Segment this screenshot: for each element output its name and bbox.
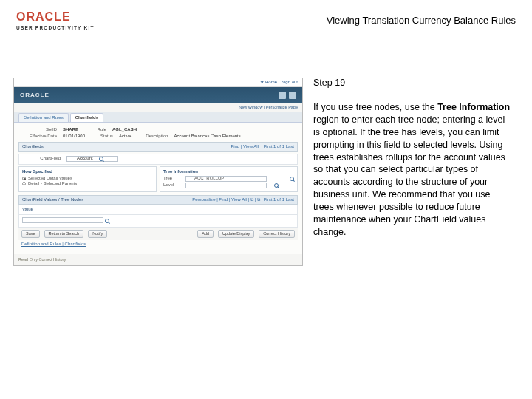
correct-button[interactable]: Correct History	[259, 230, 295, 238]
setid-value: SHARE	[63, 127, 78, 132]
embedded-screenshot: ★ Home Sign out ORACLE New Window | Pers…	[13, 78, 303, 266]
nav-icon[interactable]	[289, 92, 296, 99]
lookup-icon[interactable]	[274, 183, 279, 188]
logo-brand: ORACLE	[16, 10, 95, 24]
cfvalues-personalize[interactable]: Personalize | Find | View All | ⧉ | ⧉	[192, 197, 260, 202]
chartfields-pager[interactable]: First 1 of 1 Last	[264, 144, 294, 149]
mode-indicator: Read Only Correct History	[14, 254, 302, 265]
logo-block: ORACLE USER PRODUCTIVITY KIT	[16, 10, 95, 30]
tab-chartfields[interactable]: Chartfields	[70, 113, 103, 122]
instr-pre: If you use tree nodes, use the	[313, 102, 437, 112]
radio-icon	[22, 177, 26, 180]
update-button[interactable]: Update/Display	[218, 230, 254, 238]
howspec-opt-selected[interactable]: Selected Detail Values	[22, 176, 153, 181]
level-label: Level	[163, 183, 180, 188]
radio-icon	[22, 182, 26, 185]
tab-definition[interactable]: Definition and Rules	[18, 113, 69, 122]
add-button[interactable]: Add	[197, 230, 214, 238]
brand-bar: ORACLE	[14, 87, 302, 103]
tree-label: Tree	[163, 176, 180, 181]
cfvalues-col-value: Value	[22, 207, 33, 211]
status-label: Status	[91, 134, 113, 139]
instr-bold: Tree Information	[437, 102, 510, 112]
effdate-label: Effective Date	[18, 134, 57, 139]
brand-bar-icons	[279, 92, 296, 99]
topbar: ★ Home Sign out	[14, 78, 302, 87]
form-body: SetID SHARE Rule AGL_CASH Effective Date…	[14, 123, 302, 254]
chartfields-find[interactable]: Find | View All	[231, 144, 259, 149]
return-button[interactable]: Return to Search	[44, 230, 84, 238]
cfvalues-columns: Value	[18, 205, 298, 215]
chartfields-section-header: Chartfields Find | View All First 1 of 1…	[18, 142, 298, 151]
action-bar: Save Return to Search Notify Add Update/…	[18, 228, 298, 240]
flag-icon[interactable]	[279, 92, 286, 99]
cf-label: ChartField	[22, 156, 61, 161]
main: ★ Home Sign out ORACLE New Window | Pers…	[0, 33, 532, 266]
lookup-icon[interactable]	[99, 157, 103, 161]
cfvalues-value-field[interactable]	[22, 217, 103, 223]
level-field[interactable]	[185, 183, 267, 188]
instruction-text: If you use tree nodes, use the Tree Info…	[313, 101, 513, 239]
desc-value: Account Balances Cash Elements	[174, 134, 240, 139]
doc-title: Viewing Translation Currency Balance Rul…	[327, 10, 516, 26]
brand-bar-logo: ORACLE	[20, 92, 50, 99]
split-panels: How Specified Selected Detail Values Det…	[18, 166, 298, 192]
notify-button[interactable]: Notify	[88, 230, 107, 238]
lookup-icon[interactable]	[105, 219, 109, 223]
home-link[interactable]: ★ Home	[260, 80, 277, 85]
tab-bar: Definition and Rules Chartfields	[14, 112, 302, 123]
cfvalues-title: ChartField Values / Tree Nodes	[22, 197, 83, 202]
howspec-title: How Specified	[22, 169, 153, 174]
step-label: Step 19	[313, 78, 513, 88]
howspec-panel: How Specified Selected Detail Values Det…	[18, 166, 157, 192]
rule-label: Rule	[84, 127, 106, 132]
save-button[interactable]: Save	[21, 230, 40, 238]
header: ORACLE USER PRODUCTIVITY KIT Viewing Tra…	[0, 0, 532, 33]
cfvalues-row	[18, 215, 298, 228]
logo-product: USER PRODUCTIVITY KIT	[16, 25, 95, 30]
bottom-tabs-links[interactable]: Definition and Rules | Chartfields	[21, 242, 86, 246]
cfvalues-header: ChartField Values / Tree Nodes Personali…	[18, 195, 298, 205]
cfvalues-pager[interactable]: First 1 of 1 Last	[264, 197, 294, 202]
setid-label: SetID	[18, 127, 57, 132]
page-links[interactable]: New Window | Personalize Page	[14, 103, 302, 112]
chartfields-title: Chartfields	[22, 144, 44, 149]
tree-value: ACCTROLLUP	[193, 176, 224, 181]
rule-value: AGL_CASH	[112, 127, 137, 132]
status-value: Active	[119, 134, 131, 139]
lookup-icon[interactable]	[290, 177, 294, 181]
treeinfo-panel: Tree Information Tree ACCTROLLUP Level	[160, 166, 298, 192]
effdate-value: 01/01/1900	[63, 134, 85, 139]
instr-post: region to enter each tree node; entering…	[313, 115, 505, 237]
instruction-column: Step 19 If you use tree nodes, use the T…	[313, 78, 519, 239]
howspec-opt-detail[interactable]: Detail - Selected Parents	[22, 181, 153, 186]
desc-label: Description	[137, 134, 168, 139]
treeinfo-title: Tree Information	[163, 169, 294, 174]
cf-value: Account	[75, 156, 93, 161]
signout-link[interactable]: Sign out	[282, 80, 298, 85]
